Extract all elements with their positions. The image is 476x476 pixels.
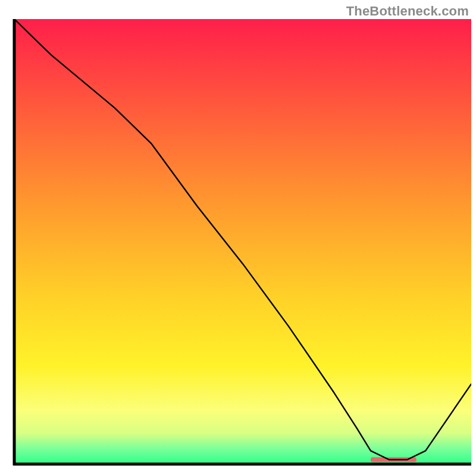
- chart-container: TheBottleneck.com: [0, 0, 476, 476]
- bottleneck-chart: [0, 0, 476, 476]
- gradient-background: [14, 19, 471, 464]
